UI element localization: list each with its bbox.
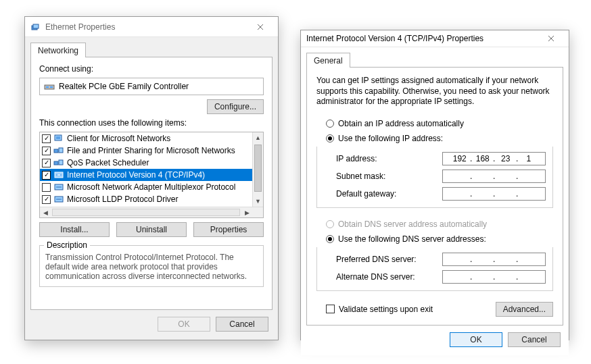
ip-address-input[interactable]: 192. 168. 23. 1: [442, 152, 546, 165]
close-button[interactable]: [247, 19, 274, 35]
svg-rect-9: [54, 161, 58, 165]
tab-networking[interactable]: Networking: [30, 43, 86, 57]
list-item[interactable]: ✓Internet Protocol Version 4 (TCP/IPv4): [40, 169, 252, 181]
ok-button[interactable]: OK: [158, 317, 210, 332]
radio-ip-auto[interactable]: Obtain an IP address automatically: [316, 118, 553, 129]
radio-icon: [326, 235, 334, 243]
tcpip-properties-dialog: Internet Protocol Version 4 (TCP/IPv4) P…: [300, 30, 569, 340]
pdns-label: Preferred DNS server:: [336, 255, 435, 264]
checkbox-icon[interactable]: ✓: [42, 159, 51, 167]
ok-button[interactable]: OK: [450, 332, 502, 347]
dialog-title: Ethernet Properties: [45, 22, 247, 32]
svg-point-16: [60, 186, 62, 188]
svg-point-12: [56, 174, 57, 176]
pdns-input[interactable]: . . .: [442, 253, 546, 266]
cancel-button[interactable]: Cancel: [216, 317, 268, 332]
protocol-icon: [53, 206, 64, 207]
checkbox-icon[interactable]: ✓: [42, 147, 51, 155]
svg-rect-7: [54, 149, 58, 153]
list-item-label: QoS Packet Scheduler: [67, 158, 149, 167]
items-label: This connection uses the following items…: [39, 118, 264, 128]
svg-point-18: [56, 199, 57, 200]
svg-point-15: [56, 186, 57, 188]
list-item[interactable]: ✓Client for Microsoft Networks: [40, 132, 252, 145]
subnet-label: Subnet mask:: [336, 172, 435, 181]
titlebar[interactable]: Ethernet Properties: [25, 17, 278, 37]
list-item-label: File and Printer Sharing for Microsoft N…: [67, 146, 235, 155]
checkbox-icon[interactable]: ✓: [42, 171, 51, 180]
protocol-icon: [53, 170, 64, 180]
protocol-icon: [53, 182, 64, 192]
dns-fieldset: Preferred DNS server: . . . Alternate DN…: [316, 247, 553, 291]
radio-icon: [326, 120, 334, 128]
dialog-title: Internet Protocol Version 4 (TCP/IPv4) P…: [306, 34, 538, 43]
checkbox-icon[interactable]: ✓: [42, 195, 51, 204]
description-group: Description Transmission Control Protoco…: [39, 245, 264, 287]
service-icon: [53, 145, 64, 156]
subnet-input[interactable]: . . .: [442, 170, 546, 183]
tab-general[interactable]: General: [306, 53, 350, 68]
ip-address-label: IP address:: [336, 154, 435, 163]
scroll-right-icon[interactable]: ▶: [241, 207, 252, 217]
advanced-button[interactable]: Advanced...: [496, 302, 553, 317]
list-item[interactable]: ✓Microsoft LLDP Protocol Driver: [40, 193, 252, 205]
list-item[interactable]: ✓File and Printer Sharing for Microsoft …: [40, 145, 252, 157]
install-button[interactable]: Install...: [39, 222, 110, 237]
list-item[interactable]: Microsoft Network Adapter Multiplexor Pr…: [40, 181, 252, 193]
properties-button[interactable]: Properties: [193, 222, 264, 237]
svg-rect-3: [46, 86, 49, 88]
hscroll-track[interactable]: [52, 209, 240, 216]
scroll-left-icon[interactable]: ◀: [40, 207, 51, 217]
scroll-thumb[interactable]: [254, 145, 262, 192]
list-item[interactable]: ✓QoS Packet Scheduler: [40, 157, 252, 169]
configure-button[interactable]: Configure...: [207, 99, 264, 114]
gateway-input[interactable]: . . .: [442, 187, 546, 201]
description-text: Transmission Control Protocol/Internet P…: [45, 253, 258, 281]
adapter-box: Realtek PCIe GbE Family Controller: [39, 78, 264, 95]
ip-fieldset: IP address: 192. 168. 23. 1 Subnet mask:…: [316, 147, 553, 208]
nic-icon: [44, 81, 55, 92]
horizontal-scrollbar[interactable]: ◀ ▶: [40, 207, 263, 217]
cancel-button[interactable]: Cancel: [508, 332, 561, 347]
description-legend: Description: [44, 240, 90, 250]
svg-point-13: [60, 174, 62, 176]
validate-checkbox[interactable]: Validate settings upon exit: [316, 305, 433, 314]
vertical-scrollbar[interactable]: ▲ ▼: [252, 132, 263, 207]
svg-rect-8: [59, 148, 63, 153]
adapter-name: Realtek PCIe GbE Family Controller: [59, 82, 189, 91]
protocol-icon: [53, 194, 64, 205]
intro-text: You can get IP settings assigned automat…: [316, 76, 553, 107]
list-item-label: Client for Microsoft Networks: [67, 134, 170, 143]
radio-icon: [326, 220, 334, 228]
checkbox-icon[interactable]: [42, 183, 51, 192]
adns-input[interactable]: . . .: [442, 270, 546, 284]
svg-point-19: [60, 199, 62, 200]
ethernet-properties-dialog: Ethernet Properties Networking Connect u…: [24, 16, 279, 340]
items-listbox[interactable]: ✓Client for Microsoft Networks✓File and …: [39, 132, 264, 218]
checkbox-icon: [326, 305, 335, 313]
adns-label: Alternate DNS server:: [336, 272, 435, 282]
list-item-label: Microsoft Network Adapter Multiplexor Pr…: [67, 182, 235, 192]
svg-rect-4: [50, 86, 53, 88]
connect-using-label: Connect using:: [39, 64, 264, 74]
list-item-label: Internet Protocol Version 4 (TCP/IPv4): [67, 170, 205, 180]
ethernet-icon: [30, 22, 41, 32]
radio-ip-manual[interactable]: Use the following IP address:: [316, 133, 553, 144]
client-icon: [53, 133, 64, 144]
close-button[interactable]: [538, 30, 565, 47]
uninstall-button[interactable]: Uninstall: [116, 222, 187, 237]
svg-rect-6: [56, 136, 60, 139]
scroll-up-icon[interactable]: ▲: [253, 132, 263, 143]
radio-icon: [326, 134, 334, 142]
scroll-down-icon[interactable]: ▼: [253, 196, 263, 207]
radio-dns-auto: Obtain DNS server address automatically: [316, 219, 553, 230]
titlebar[interactable]: Internet Protocol Version 4 (TCP/IPv4) P…: [301, 30, 569, 47]
gateway-label: Default gateway:: [336, 189, 435, 199]
radio-dns-manual[interactable]: Use the following DNS server addresses:: [316, 234, 553, 244]
service-icon: [53, 157, 64, 168]
list-item[interactable]: ✓Internet Protocol Version 6 (TCP/IPv6): [40, 205, 252, 207]
svg-rect-1: [33, 24, 39, 28]
checkbox-icon[interactable]: ✓: [42, 134, 51, 143]
list-item-label: Microsoft LLDP Protocol Driver: [67, 194, 179, 204]
svg-rect-10: [59, 160, 63, 165]
